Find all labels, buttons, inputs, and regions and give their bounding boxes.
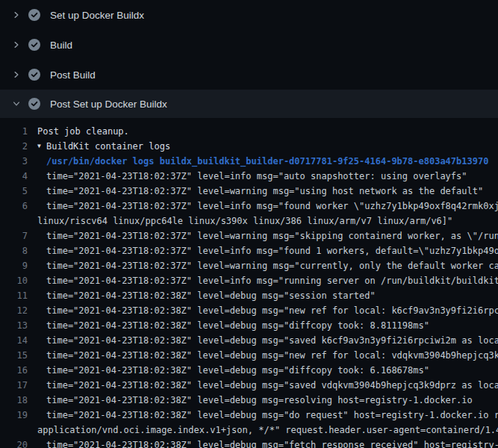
log-line-text: time="2021-04-23T18:02:38Z" level=debug … <box>46 348 498 363</box>
log-line-content: linux/riscv64 linux/ppc64le linux/s390x … <box>37 214 452 228</box>
log-line-content: ▼ BuildKit container logs <box>37 139 170 154</box>
log-line-content: /usr/bin/docker logs buildx_buildkit_bui… <box>37 154 488 169</box>
log-line-content: time="2021-04-23T18:02:38Z" level=debug … <box>37 348 498 363</box>
log-line-text: time="2021-04-23T18:02:38Z" level=debug … <box>46 378 498 393</box>
log-line-number[interactable] <box>0 214 28 228</box>
log-line-content: time="2021-04-23T18:02:38Z" level=debug … <box>37 333 498 348</box>
log-line-content: application/vnd.oci.image.index.v1+json,… <box>37 423 498 438</box>
log-line-content: time="2021-04-23T18:02:38Z" level=debug … <box>37 363 429 378</box>
log-line-number[interactable]: 8 <box>0 243 28 258</box>
log-line-text: time="2021-04-23T18:02:38Z" level=debug … <box>46 393 473 408</box>
log-line-text: time="2021-04-23T18:02:37Z" level=warnin… <box>46 184 483 199</box>
step-label: Post Build <box>50 69 96 81</box>
log-line-number[interactable]: 9 <box>0 258 28 273</box>
log-line-content: time="2021-04-23T18:02:38Z" level=debug … <box>37 288 376 303</box>
chevron-icon <box>10 69 22 81</box>
log-line-content: time="2021-04-23T18:02:38Z" level=debug … <box>37 393 473 408</box>
log-line-number[interactable]: 20 <box>0 438 28 448</box>
log-line-text: time="2021-04-23T18:02:38Z" level=debug … <box>46 303 498 318</box>
log-line-number[interactable]: 14 <box>0 333 28 348</box>
log-line-number[interactable]: 4 <box>0 169 28 184</box>
log-line-text: Post job cleanup. <box>37 124 129 139</box>
log-line-number[interactable] <box>0 423 28 438</box>
log-line: 6 time="2021-04-23T18:02:37Z" level=info… <box>0 199 498 214</box>
chevron-icon <box>10 39 22 51</box>
log-line-content: time="2021-04-23T18:02:38Z" level=debug … <box>37 303 498 318</box>
log-line-content: time="2021-04-23T18:02:37Z" level=warnin… <box>37 184 483 199</box>
chevron-icon <box>10 98 22 110</box>
log-line-number[interactable]: 6 <box>0 199 28 214</box>
log-line: 20 time="2021-04-23T18:02:38Z" level=deb… <box>0 438 498 448</box>
log-line: 4 time="2021-04-23T18:02:37Z" level=info… <box>0 169 498 184</box>
log-line: 17 time="2021-04-23T18:02:38Z" level=deb… <box>0 378 498 393</box>
log-line: 16 time="2021-04-23T18:02:38Z" level=deb… <box>0 363 498 378</box>
log-line-number[interactable]: 7 <box>0 228 28 243</box>
log-line-text: time="2021-04-23T18:02:38Z" level=debug … <box>46 363 429 378</box>
step-row-post-set-up-docker-buildx[interactable]: Post Set up Docker Buildx <box>0 90 498 118</box>
log-line-number[interactable]: 17 <box>0 378 28 393</box>
log-line-text: time="2021-04-23T18:02:37Z" level=info m… <box>46 199 498 214</box>
log-line-text: application/vnd.oci.image.index.v1+json,… <box>37 423 498 438</box>
log-line: 14 time="2021-04-23T18:02:38Z" level=deb… <box>0 333 498 348</box>
log-line-text: linux/riscv64 linux/ppc64le linux/s390x … <box>37 214 452 228</box>
log-line: 3 /usr/bin/docker logs buildx_buildkit_b… <box>0 154 498 169</box>
log-line-number[interactable]: 15 <box>0 348 28 363</box>
log-lines: 1 Post job cleanup. 2 ▼ BuildKit contain… <box>0 118 498 448</box>
log-line: 2 ▼ BuildKit container logs <box>0 139 498 154</box>
log-line-text: time="2021-04-23T18:02:37Z" level=warnin… <box>46 228 498 243</box>
log-line: 1 Post job cleanup. <box>0 124 498 139</box>
log-line: 11 time="2021-04-23T18:02:38Z" level=deb… <box>0 288 498 303</box>
log-line-number[interactable]: 19 <box>0 408 28 423</box>
log-line-text: time="2021-04-23T18:02:37Z" level=info m… <box>46 243 498 258</box>
step-row-post-build[interactable]: Post Build <box>0 60 498 90</box>
log-line-text: time="2021-04-23T18:02:38Z" level=debug … <box>46 408 498 423</box>
step-label: Build <box>50 40 72 51</box>
steps-list: Set up Docker Buildx Build P <box>0 0 498 118</box>
log-line-text: time="2021-04-23T18:02:38Z" level=debug … <box>46 318 429 333</box>
log-line: 5 time="2021-04-23T18:02:37Z" level=warn… <box>0 184 498 199</box>
log-line: 10 time="2021-04-23T18:02:37Z" level=inf… <box>0 273 498 288</box>
log-line: 7 time="2021-04-23T18:02:37Z" level=warn… <box>0 228 498 243</box>
log-line-number[interactable]: 18 <box>0 393 28 408</box>
log-line-content: time="2021-04-23T18:02:37Z" level=info m… <box>37 169 467 184</box>
step-row-build[interactable]: Build <box>0 30 498 60</box>
log-line-text: time="2021-04-23T18:02:38Z" level=debug … <box>46 288 376 303</box>
log-line-content: time="2021-04-23T18:02:37Z" level=warnin… <box>37 258 498 273</box>
check-circle-icon <box>28 9 40 21</box>
group-collapse-icon[interactable]: ▼ <box>37 139 46 154</box>
step-row-set-up-docker-buildx[interactable]: Set up Docker Buildx <box>0 0 498 30</box>
log-line-number[interactable]: 3 <box>0 154 28 169</box>
step-label: Post Set up Docker Buildx <box>50 99 167 110</box>
check-circle-icon <box>28 39 40 51</box>
log-line-content: time="2021-04-23T18:02:38Z" level=debug … <box>37 438 498 448</box>
log-line-text: time="2021-04-23T18:02:38Z" level=debug … <box>46 333 498 348</box>
log-line-content: time="2021-04-23T18:02:37Z" level=info m… <box>37 199 498 214</box>
log-line-number[interactable]: 16 <box>0 363 28 378</box>
log-line-number[interactable]: 5 <box>0 184 28 199</box>
log-line-number[interactable]: 1 <box>0 124 28 139</box>
log-line: 8 time="2021-04-23T18:02:37Z" level=info… <box>0 243 498 258</box>
log-line-number[interactable]: 2 <box>0 139 28 154</box>
check-circle-icon <box>28 69 40 81</box>
log-line: 13 time="2021-04-23T18:02:38Z" level=deb… <box>0 318 498 333</box>
log-line-number[interactable]: 10 <box>0 273 28 288</box>
log-line: linux/riscv64 linux/ppc64le linux/s390x … <box>0 214 498 228</box>
chevron-icon <box>10 9 22 21</box>
log-line-content: Post job cleanup. <box>37 124 129 139</box>
log-line: 15 time="2021-04-23T18:02:38Z" level=deb… <box>0 348 498 363</box>
check-circle-icon <box>28 98 40 110</box>
log-line: 12 time="2021-04-23T18:02:38Z" level=deb… <box>0 303 498 318</box>
log-line-number[interactable]: 12 <box>0 303 28 318</box>
log-line-number[interactable]: 13 <box>0 318 28 333</box>
log-line-content: time="2021-04-23T18:02:37Z" level=warnin… <box>37 228 498 243</box>
log-line-text: time="2021-04-23T18:02:38Z" level=debug … <box>46 438 498 448</box>
log-line-text: /usr/bin/docker logs buildx_buildkit_bui… <box>46 154 488 169</box>
log-line: 18 time="2021-04-23T18:02:38Z" level=deb… <box>0 393 498 408</box>
log-line-content: time="2021-04-23T18:02:38Z" level=debug … <box>37 318 429 333</box>
log-line: application/vnd.oci.image.index.v1+json,… <box>0 423 498 438</box>
step-label: Set up Docker Buildx <box>50 10 144 21</box>
log-line-number[interactable]: 11 <box>0 288 28 303</box>
log-line: 19 time="2021-04-23T18:02:38Z" level=deb… <box>0 408 498 423</box>
log-line-text: time="2021-04-23T18:02:37Z" level=info m… <box>46 169 467 184</box>
log-line-content: time="2021-04-23T18:02:37Z" level=info m… <box>37 273 498 288</box>
